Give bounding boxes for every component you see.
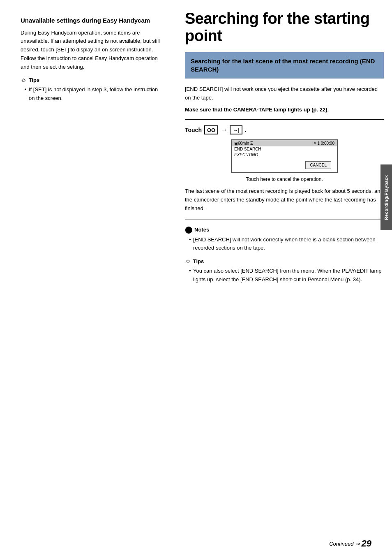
notes-icon: ⬤ [185, 226, 192, 234]
cancel-button[interactable]: CANCEL [305, 161, 331, 169]
left-section-title: Unavailable settings during Easy Handyca… [21, 16, 160, 25]
notes-list: [END SEARCH] will not work correctly whe… [185, 236, 384, 253]
right-tips-heading: ☼ Tips [185, 257, 384, 265]
screen-cancel-row: CANCEL [232, 158, 337, 172]
divider-bottom [185, 220, 384, 220]
right-tips-label: Tips [193, 258, 204, 264]
screen-executing: EXECUTING [232, 152, 337, 158]
left-tips-label: Tips [29, 77, 40, 83]
tips-icon: ☼ [21, 76, 27, 83]
left-tips-item: If [SET] is not displayed in step 3, fol… [25, 86, 160, 103]
screen-note: Touch here to cancel the operation. [185, 176, 384, 182]
continued-label: Continued [329, 541, 353, 547]
period: . [245, 127, 247, 133]
arrow-continued: ➜ [355, 541, 360, 547]
touch-instruction: Touch OO → →| . [185, 125, 384, 134]
button1[interactable]: OO [204, 125, 218, 134]
recording-playback-tab: Recording/Playback [380, 164, 392, 230]
right-tips-icon: ☼ [185, 257, 191, 265]
screen-mockup: ▣60min Ξ × 1 0:00:00 END SEARCH EXECUTIN… [231, 139, 338, 173]
desc-text: The last scene of the most recent record… [185, 187, 384, 213]
bold-instruction: Make sure that the CAMERA-TAPE lamp ligh… [185, 106, 384, 114]
left-tips-list: If [SET] is not displayed in step 3, fol… [21, 86, 160, 103]
main-title: Searching for the starting point [185, 10, 384, 45]
page-number: 29 [362, 538, 371, 549]
screen-top-bar: ▣60min Ξ × 1 0:00:00 [232, 140, 337, 146]
screen-top-left: ▣60min Ξ [234, 141, 253, 146]
screen-top-right: × 1 0:00:00 [314, 141, 334, 146]
left-section-body: During Easy Handycam operation, some ite… [21, 29, 160, 72]
touch-label: Touch [185, 127, 202, 133]
divider-top [185, 119, 384, 120]
notes-item: [END SEARCH] will not work correctly whe… [189, 236, 384, 253]
right-tips-list: You can also select [END SEARCH] from th… [185, 267, 384, 284]
intro-text: [END SEARCH] will not work once you ejec… [185, 85, 384, 102]
screen-row1: END SEARCH [232, 146, 337, 152]
arrow-right: → [221, 126, 227, 134]
button2[interactable]: →| [230, 125, 242, 134]
notes-label: Notes [194, 227, 209, 233]
continued-line: Continued ➜ 29 [329, 538, 371, 549]
left-tips-heading: ☼ Tips [21, 76, 160, 83]
right-tips-item: You can also select [END SEARCH] from th… [189, 267, 384, 284]
blue-box: Searching for the last scene of the most… [185, 52, 384, 79]
notes-heading: ⬤ Notes [185, 226, 384, 234]
